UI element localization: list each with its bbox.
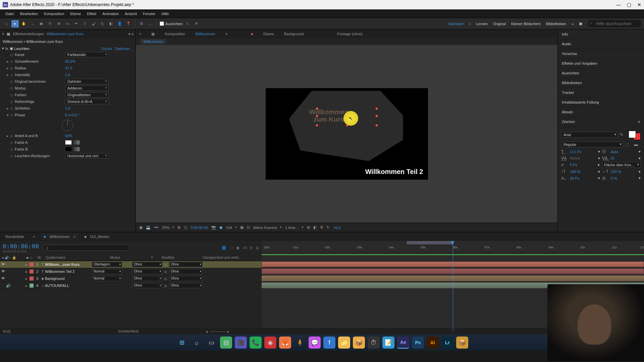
tb-app[interactable]: ◉ <box>264 337 276 349</box>
panel-menu-icon[interactable]: ≡ » <box>128 32 133 36</box>
vf-icon[interactable]: 💻 <box>146 225 151 230</box>
status-icon[interactable]: ⊡ <box>6 329 8 333</box>
nofill-icon[interactable]: ▬ <box>634 142 641 147</box>
panel-ausrichten[interactable]: Ausrichten <box>558 68 644 78</box>
views-dropdown[interactable]: 1 Ansi… <box>285 226 304 230</box>
tb-illustrator[interactable]: Ai <box>427 337 439 349</box>
layer-row[interactable]: 👁 ▸ 2 T Willkommen Teil 2 Normal Ohne ◎ … <box>0 268 262 275</box>
panel-info[interactable]: Info <box>558 29 644 39</box>
comp-tab-name[interactable]: Willkommen <box>195 32 215 36</box>
snap-options-icon[interactable]: ⤡ <box>184 20 192 27</box>
tb-app[interactable]: 📦 <box>456 337 468 349</box>
menu-fenster[interactable]: Fenster <box>140 10 158 17</box>
sel-handle[interactable] <box>316 124 318 126</box>
prop-phase-value[interactable]: 0 x+0,0 ° <box>65 113 80 117</box>
tb-aftereffects[interactable]: Ae <box>397 337 409 349</box>
ebene-tab-label[interactable]: Ebene <box>263 32 274 36</box>
snap-checkbox[interactable] <box>160 21 164 26</box>
tb-photoshop[interactable]: Ps <box>412 337 424 349</box>
composition-viewer[interactable]: Willkommen zum Kurs ↖ Willkommen Teil 2 <box>136 45 557 223</box>
kerning-dd-icon[interactable]: ▾ <box>598 156 600 161</box>
prop-anteil-tri[interactable]: ▸ <box>7 134 10 138</box>
maximize-button[interactable]: ▢ <box>627 2 631 7</box>
tsume-dd-icon[interactable]: ▾ <box>639 176 641 180</box>
home-tool[interactable]: ⌂ <box>3 20 10 27</box>
fill-stroke-swatch[interactable] <box>629 129 641 140</box>
track-matte-dropdown[interactable]: Ohne <box>132 262 162 267</box>
effect-enable-icon[interactable]: ▣ <box>10 46 13 51</box>
prop-modus-dropdown[interactable]: Addieren <box>65 85 109 91</box>
parent-pickwhip-icon[interactable]: ◎ <box>162 262 169 267</box>
fontsize-dd-icon[interactable]: ▾ <box>598 149 600 154</box>
layer-name[interactable]: Willkom…zum Kurs <box>45 262 92 266</box>
project-tab-icon[interactable]: ▦ <box>7 32 10 36</box>
menu-komposition[interactable]: Komposition <box>41 10 67 17</box>
panel-audio[interactable]: Audio <box>558 39 644 49</box>
camera-dropdown[interactable]: Aktive Kamera <box>253 226 282 230</box>
stroke-dd-icon[interactable]: ▾ <box>598 163 600 167</box>
hscale-value[interactable]: 100 % <box>611 170 637 174</box>
font-family-dropdown[interactable]: Arial <box>561 132 618 138</box>
visibility-toggle[interactable]: 👁 <box>1 276 6 281</box>
effect-toggle-tri[interactable]: ▾ <box>2 46 4 51</box>
prop-richt-dropdown[interactable]: Horizontal und vert <box>65 153 109 159</box>
blend-mode-dropdown[interactable]: Überlagern <box>92 262 122 267</box>
vf-icon[interactable]: ⊡ <box>247 225 250 230</box>
prop-farbeA-swatch[interactable] <box>65 140 72 145</box>
status-icon[interactable]: ⚙ <box>3 329 6 333</box>
layer-expand-tri[interactable]: ▸ <box>25 284 29 288</box>
tsume-value[interactable]: 0 % <box>611 176 637 180</box>
vf-icon[interactable]: ⚙ <box>320 225 323 230</box>
menu-ebene[interactable]: Ebene <box>67 10 84 17</box>
panel-zeichen-menu-icon[interactable]: ≡ <box>638 120 640 124</box>
tl-icon[interactable]: ⬚ <box>230 246 233 250</box>
track-matte-dropdown[interactable]: Ohne <box>132 283 162 288</box>
workspace-bibliotheken[interactable]: Bibliotheken <box>546 22 566 26</box>
prop-farbeB-picker[interactable] <box>73 147 80 152</box>
tb-firefox[interactable]: 🦊 <box>279 337 291 349</box>
parent-dropdown[interactable]: Ohne <box>169 269 203 274</box>
prop-intens-tri[interactable]: ▸ <box>7 73 10 77</box>
work-area-bar[interactable] <box>407 241 453 244</box>
vf-icon[interactable]: ◧ <box>313 225 317 230</box>
zoom-slider[interactable]: ▲ —○——— ▲ <box>206 329 229 333</box>
effect-options-link[interactable]: Optionen… <box>115 47 133 51</box>
layer-expand-tri[interactable]: ▸ <box>25 269 29 274</box>
tracking-dd-icon[interactable]: ▾ <box>639 156 641 161</box>
status-switches-label[interactable]: Schalter/Modi <box>118 329 139 333</box>
fontsize-value[interactable]: 111 Px <box>570 150 596 154</box>
visibility-toggle[interactable]: 👁 <box>1 269 6 274</box>
prop-kanal-dropdown[interactable]: Farbkanäle <box>65 52 109 57</box>
parent-pickwhip-icon[interactable]: ◎ <box>162 269 169 274</box>
tb-notes[interactable]: 📝 <box>382 337 394 349</box>
sel-handle[interactable] <box>316 108 318 110</box>
layer-color-swatch[interactable] <box>30 269 34 274</box>
workspace-more-icon[interactable]: ≡ <box>469 22 471 26</box>
eraser-tool[interactable]: ◧ <box>107 20 115 27</box>
vf-icon[interactable]: ⊞ <box>307 225 310 230</box>
zoom-tool[interactable]: ⌕ <box>29 20 36 27</box>
panel-absatz[interactable]: Absatz <box>558 107 644 117</box>
vscale-dd-icon[interactable]: ▾ <box>598 170 600 174</box>
tab-renderliste-close[interactable]: × <box>30 233 38 240</box>
anchor-tool[interactable]: ⊕ <box>55 20 62 27</box>
tl-icon[interactable]: ⊡ <box>256 246 259 250</box>
prop-anteil-value[interactable]: 50% <box>65 134 72 138</box>
menu-bearbeiten[interactable]: Bearbeiten <box>17 10 41 17</box>
tb-messenger[interactable]: 💬 <box>309 337 321 349</box>
leading-value[interactable]: Auto <box>611 150 637 154</box>
workspace-reset-icon[interactable]: ▣ <box>579 21 582 26</box>
font-style-dropdown[interactable]: Regular <box>561 141 623 147</box>
baseline-dd-icon[interactable]: ▾ <box>598 176 600 180</box>
tb-app[interactable]: 🎥 <box>235 337 247 349</box>
pen-tool[interactable]: ✒ <box>72 20 80 27</box>
panel-fuellung[interactable]: Inhaltsbasierte Füllung <box>558 98 644 107</box>
sel-handle[interactable] <box>376 115 378 117</box>
prop-schleifen-tri[interactable]: ▸ <box>7 106 10 111</box>
tb-app[interactable]: 📦 <box>353 337 365 349</box>
layer-name[interactable]: AUTOUNFALL <box>45 284 92 288</box>
blend-mode-dropdown[interactable]: Normal <box>92 269 122 274</box>
panel-effekte[interactable]: Effekte und Vorgaben <box>558 59 644 68</box>
visibility-toggle[interactable]: 👁 <box>1 262 6 267</box>
layer-name[interactable]: Background <box>45 277 92 281</box>
